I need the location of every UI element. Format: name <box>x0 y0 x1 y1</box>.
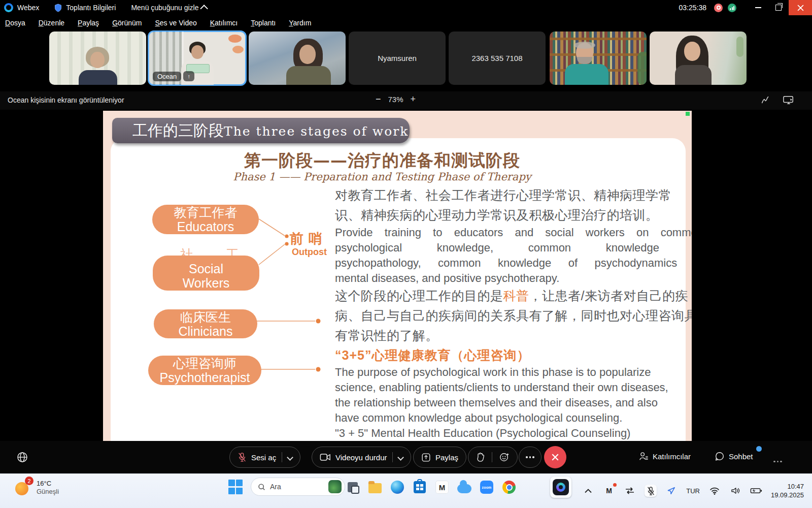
menu-gorunum[interactable]: Görünüm <box>112 19 142 27</box>
weather-widget[interactable]: 2 16°C Güneşli <box>14 479 59 496</box>
zoom-controls: − 73% + <box>376 94 416 105</box>
highlight-kepu: 科普 <box>503 289 529 303</box>
hide-menubar-button[interactable]: Menü çubuğunu gizle <box>131 4 207 12</box>
diagram-box-educators: 教育工作者 Educators <box>152 205 259 234</box>
webex-logo-icon <box>4 3 13 12</box>
participant-name-label: Nyamsuren <box>378 54 417 62</box>
notification-badge: 2 <box>25 477 33 485</box>
chevron-down-icon[interactable] <box>398 454 404 461</box>
webex-logo-icon <box>556 483 565 492</box>
chat-panel-button[interactable]: Sohbet <box>715 451 753 461</box>
leave-meeting-button[interactable] <box>544 446 566 468</box>
chevron-up-icon <box>200 5 208 13</box>
record-indicator-icon[interactable] <box>714 4 723 12</box>
zoom-out-button[interactable]: − <box>376 94 381 105</box>
diagram-box-social-workers: Social Workers <box>153 256 259 291</box>
taskbar-file-explorer-icon[interactable] <box>367 480 383 495</box>
chat-notification-dot <box>756 446 762 452</box>
participant-tile[interactable]: 2363 535 7108 <box>449 31 546 85</box>
start-button[interactable] <box>228 480 244 495</box>
chat-icon <box>715 451 725 461</box>
share-status-bar: Ocean kişisinin ekranı görüntüleniyor − … <box>0 91 812 110</box>
stop-video-button[interactable]: Videoyu durdur <box>312 447 411 468</box>
participant-tile[interactable] <box>49 31 146 85</box>
title-bar: Webex Toplantı Bilgileri Menü çubuğunu g… <box>0 0 812 15</box>
tray-battery-icon[interactable] <box>750 485 762 497</box>
tray-microphone-muted-icon[interactable] <box>645 485 657 497</box>
tray-chevron-up-icon[interactable] <box>582 485 594 497</box>
red-dot-badge <box>613 483 617 487</box>
tray-location-icon[interactable] <box>665 485 678 497</box>
menu-ses-ve-video[interactable]: Ses ve Video <box>155 19 196 27</box>
share-button[interactable]: Paylaş <box>413 447 466 468</box>
tray-mixer-icon[interactable] <box>624 485 636 497</box>
connection-quality-icon[interactable] <box>728 4 736 12</box>
annotate-pen-icon[interactable] <box>760 94 771 106</box>
tray-language-label[interactable]: TUR <box>686 487 700 495</box>
slide-green-dot <box>686 112 690 116</box>
minimize-button[interactable] <box>748 0 768 15</box>
menu-bar: Dosya Düzenle Paylaş Görünüm Ses ve Vide… <box>0 15 812 30</box>
microphone-muted-icon <box>238 452 247 462</box>
globe-icon[interactable] <box>16 451 28 463</box>
menu-yardim[interactable]: Yardım <box>289 19 311 27</box>
close-icon <box>797 5 804 11</box>
more-options-button[interactable] <box>519 447 542 468</box>
taskbar-chrome-icon[interactable] <box>501 480 517 495</box>
sun-icon: 2 <box>14 479 31 496</box>
reactions-button[interactable] <box>468 447 518 468</box>
menu-paylas[interactable]: Paylaş <box>78 19 99 27</box>
search-input[interactable]: Ara <box>251 478 345 496</box>
paragraph-en-2: The purpose of psychological work in thi… <box>335 365 692 441</box>
menu-katilimci[interactable]: Katılımcı <box>210 19 238 27</box>
taskbar-m-app-icon[interactable]: M <box>434 480 450 495</box>
participants-panel-button[interactable]: Katılımcılar <box>638 451 691 461</box>
taskbar-store-icon[interactable] <box>412 480 427 495</box>
meeting-timer: 03:25:38 <box>679 4 707 12</box>
slide-body-text: 对教育工作者、社会工作者进行心理学常识、精神病理学常 识、精神疾病的心理动力学常… <box>335 185 692 441</box>
tray-wifi-icon[interactable] <box>708 485 721 497</box>
participant-tile[interactable]: Nyamsuren <box>349 31 446 85</box>
video-strip: Ocean ↑ Nyamsuren 2363 535 7108 <box>0 30 812 91</box>
weather-condition-label: Güneşli <box>37 488 59 496</box>
raise-hand-icon[interactable] <box>476 452 485 462</box>
tray-m-app-icon[interactable]: M <box>603 485 615 497</box>
close-x-icon <box>551 453 559 461</box>
menu-dosya[interactable]: Dosya <box>5 19 25 27</box>
more-dots-icon <box>526 456 534 458</box>
emoji-reactions-icon[interactable] <box>499 452 510 462</box>
time-label: 10:47 <box>771 482 804 491</box>
system-tray: M TUR <box>582 473 812 508</box>
tray-volume-icon[interactable] <box>729 485 741 497</box>
share-screen-icon <box>421 453 431 462</box>
taskbar-onedrive-icon[interactable] <box>457 480 472 495</box>
taskbar-edge-icon[interactable] <box>390 480 405 495</box>
remote-display-icon[interactable] <box>783 94 795 106</box>
meeting-info-button[interactable]: Toplantı Bilgileri <box>66 4 116 12</box>
participant-tile[interactable] <box>650 31 747 85</box>
participant-tile-active-speaker[interactable]: Ocean ↑ <box>149 31 246 85</box>
menu-duzenle[interactable]: Düzenle <box>39 19 64 27</box>
close-button[interactable] <box>789 0 812 15</box>
active-speaker-label: Ocean ↑ <box>153 71 194 81</box>
slide-subheading: Phase 1 —— Preparation and Testing Phase… <box>179 171 585 183</box>
restore-button[interactable] <box>768 0 789 15</box>
tray-clock[interactable]: 10:47 19.09.2025 <box>771 482 807 499</box>
taskbar-webex-icon-active[interactable] <box>550 477 571 498</box>
taskbar-task-view-icon[interactable] <box>345 480 360 495</box>
beard <box>577 57 592 64</box>
chevron-down-icon[interactable] <box>287 454 293 461</box>
participant-tile[interactable] <box>550 31 647 85</box>
taskbar-zoom-icon[interactable]: zoom <box>479 480 494 495</box>
more-panels-button[interactable] <box>773 455 782 464</box>
zoom-level[interactable]: 73% <box>388 95 403 104</box>
share-status-text: Ocean kişisinin ekranı görüntüleniyor <box>8 96 124 104</box>
menu-toplanti[interactable]: Toplantı <box>251 19 276 27</box>
unmute-button[interactable]: Sesi aç <box>229 447 300 468</box>
participant-tile[interactable] <box>249 31 346 85</box>
outpost-label-en: Outpost <box>292 247 327 258</box>
search-daily-image[interactable] <box>328 480 342 493</box>
zoom-in-button[interactable]: + <box>411 94 416 105</box>
diagram-box-clinicians: 临床医生 Clinicians <box>154 309 257 338</box>
slide-heading: 第一阶段——治疗的准备和测试阶段 <box>179 149 585 172</box>
